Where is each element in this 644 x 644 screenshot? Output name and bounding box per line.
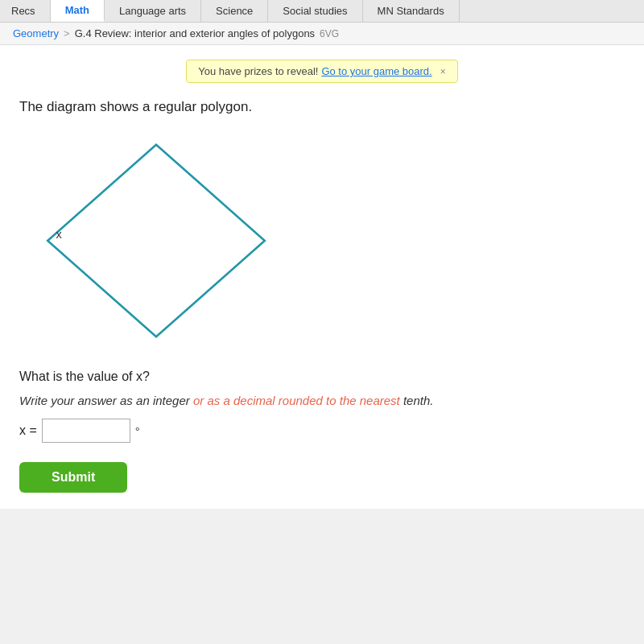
polygon-diagram: x	[27, 128, 285, 353]
top-nav: Recs Math Language arts Science Social s…	[0, 0, 644, 23]
diagram-container: x	[27, 128, 285, 353]
main-content: You have prizes to reveal! Go to your ga…	[0, 45, 644, 509]
tab-language-arts[interactable]: Language arts	[105, 0, 201, 22]
question-text: What is the value of x?	[19, 369, 625, 384]
svg-marker-0	[47, 145, 265, 337]
tab-mn-standards[interactable]: MN Standards	[363, 0, 460, 22]
or-text: or as a decimal rounded to the nearest	[193, 394, 400, 407]
prize-banner: You have prizes to reveal! Go to your ga…	[186, 60, 457, 83]
answer-input[interactable]	[42, 419, 130, 443]
breadcrumb-code: 6VG	[320, 28, 339, 39]
banner-wrapper: You have prizes to reveal! Go to your ga…	[0, 45, 644, 91]
prize-text: You have prizes to reveal!	[198, 65, 318, 77]
close-banner-button[interactable]: ×	[440, 66, 446, 77]
answer-row: x = °	[19, 419, 625, 443]
tab-recs[interactable]: Recs	[0, 0, 51, 22]
x-equals-label: x =	[19, 423, 37, 438]
question-body: The diagram shows a regular polygon. x W…	[0, 91, 644, 509]
breadcrumb-title: G.4 Review: interior and exterior angles…	[75, 27, 315, 39]
problem-statement: The diagram shows a regular polygon.	[19, 99, 625, 115]
tab-social-studies[interactable]: Social studies	[268, 0, 362, 22]
submit-button[interactable]: Submit	[19, 462, 127, 493]
breadcrumb-geometry-link[interactable]: Geometry	[13, 27, 59, 39]
breadcrumb: Geometry > G.4 Review: interior and exte…	[0, 23, 644, 45]
instruction-text: Write your answer as an integer or as a …	[19, 394, 625, 407]
tab-science[interactable]: Science	[201, 0, 268, 22]
degree-symbol: °	[135, 424, 140, 438]
tab-math[interactable]: Math	[51, 0, 105, 22]
svg-text:x: x	[56, 228, 63, 241]
breadcrumb-separator: >	[64, 27, 70, 39]
game-board-link[interactable]: Go to your game board.	[321, 65, 431, 77]
